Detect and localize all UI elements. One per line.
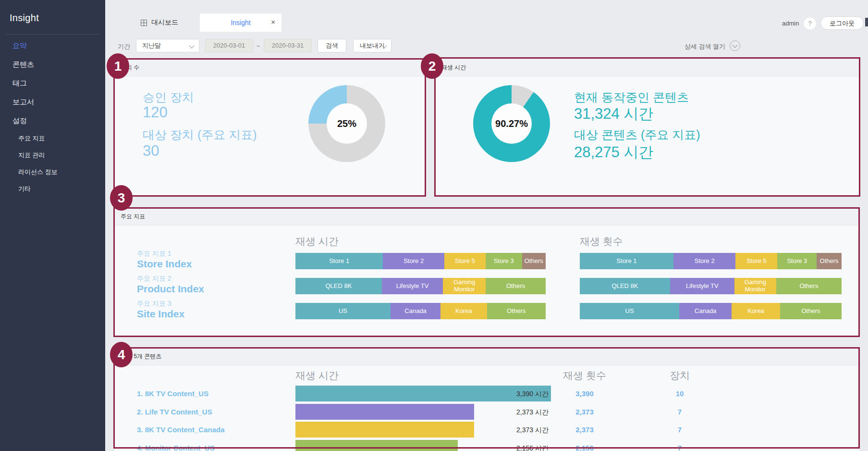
metric-tag: 주요 지표 2 xyxy=(137,275,204,283)
bar-segment: Gaming Monitor xyxy=(734,278,776,294)
bar-segment: Canada xyxy=(679,303,732,319)
sidebar-item-설정[interactable]: 설정 xyxy=(0,112,105,130)
metric-label: 주요 지표 1Store Index xyxy=(137,250,192,270)
content-name-link[interactable]: 2. Life TV Content_US xyxy=(137,408,212,416)
tab-dashboard[interactable]: 대시보드 xyxy=(119,13,200,32)
metrics-col-playtime: 재생 시간 xyxy=(295,235,339,248)
target-devices-value: 30 xyxy=(143,142,159,160)
app-title: Insight xyxy=(10,13,105,24)
content-name-link[interactable]: 4. Monitor Content_US xyxy=(137,444,215,451)
metric-name: Site Index xyxy=(137,308,184,320)
content-name-link[interactable]: 3. 8K TV Content_Canada xyxy=(137,426,225,434)
panel-device-count: 장치 수 승인 장치 120 대상 장치 (주요 지표) 30 25% xyxy=(114,59,426,196)
bar-segment: US xyxy=(295,303,391,319)
date-to-field[interactable]: 2020-03-31 xyxy=(264,39,312,52)
bar-segment: Store 5 xyxy=(444,253,486,269)
bar-segment: Store 3 xyxy=(777,253,817,269)
metric-row: 주요 지표 1Store IndexStore 1Store 2Store 5S… xyxy=(114,253,860,269)
content-row: 3. 8K TV Content_Canada2,373 시간2,3737 xyxy=(114,422,860,438)
top-col-devices: 장치 xyxy=(651,369,709,382)
metric-tag: 주요 지표 3 xyxy=(137,300,184,308)
sidebar-item-보고서[interactable]: 보고서 xyxy=(0,93,105,112)
advanced-search-toggle[interactable]: 상세 검색 열기 xyxy=(672,42,725,51)
export-button[interactable]: 내보내기 xyxy=(353,39,391,52)
period-select-value: 지난달 xyxy=(142,42,161,49)
advanced-search-chevron-icon[interactable] xyxy=(730,40,740,51)
sidebar-divider xyxy=(6,34,99,35)
target-content-label: 대상 콘텐츠 (주요 지표) xyxy=(574,127,700,143)
bar-segment: QLED 8K xyxy=(295,278,382,294)
content-devices-value: 7 xyxy=(651,444,709,451)
bar-segment: Others xyxy=(780,303,842,319)
content-time-value: 2,156 시간 xyxy=(295,444,549,451)
sidebar-item-콘텐츠[interactable]: 콘텐츠 xyxy=(0,55,105,74)
bar-segment: Store 2 xyxy=(673,253,735,269)
bar-segment: Lifestyle TV xyxy=(670,278,734,294)
stacked-bar-playcount: Store 1Store 2Store 5Store 3Others xyxy=(580,253,842,269)
bar-segment: US xyxy=(580,303,679,319)
content-row: 1. 8K TV Content_US3,390 시간3,39010 xyxy=(114,386,860,401)
sidebar-item-태그[interactable]: 태그 xyxy=(0,74,105,93)
close-icon[interactable]: × xyxy=(271,18,275,26)
approved-devices-value: 120 xyxy=(143,104,168,121)
insight-app: Insight 요약콘텐츠태그보고서설정주요 지표지표 관리라이선스 정보기타 … xyxy=(0,0,868,451)
username-label: admin xyxy=(782,20,799,27)
devices-donut-percentage: 25% xyxy=(327,103,367,144)
bar-segment: Gaming Monitor xyxy=(443,278,486,294)
date-from-field[interactable]: 2020-03-01 xyxy=(205,39,253,52)
bar-segment: Others xyxy=(776,278,842,294)
bar-segment: Canada xyxy=(391,303,440,319)
bar-segment: Store 2 xyxy=(383,253,444,269)
cutoff-corner-icon xyxy=(865,18,868,26)
metrics-col-playcount: 재생 횟수 xyxy=(580,235,623,248)
sidebar-subitem-기타[interactable]: 기타 xyxy=(0,181,105,198)
metric-name: Product Index xyxy=(137,283,204,295)
logout-button[interactable]: 로그아웃 xyxy=(820,16,864,30)
panel-play-time-title: 재생 시간 xyxy=(435,59,860,76)
panel-play-time: 재생 시간 90.27% 현재 동작중인 콘텐츠 31,324 시간 대상 콘텐… xyxy=(435,59,860,196)
search-button[interactable]: 검색 xyxy=(318,39,346,52)
sidebar-subitem-라이선스 정보[interactable]: 라이선스 정보 xyxy=(0,164,105,181)
bar-segment: Others xyxy=(487,303,546,319)
playtime-donut-percentage: 90.27% xyxy=(491,103,532,144)
content-devices-value: 7 xyxy=(651,408,709,416)
sidebar-item-요약[interactable]: 요약 xyxy=(0,37,105,55)
content-devices-value: 7 xyxy=(651,426,709,434)
content-playcount-value: 2,373 xyxy=(546,408,623,416)
devices-donut: 25% xyxy=(308,85,385,162)
top-col-playtime: 재생 시간 xyxy=(295,369,339,382)
top-col-playcount: 재생 횟수 xyxy=(546,369,623,382)
approved-devices-label: 승인 장치 xyxy=(143,89,194,105)
dashboard-grid-icon xyxy=(141,20,147,26)
help-button[interactable]: ? xyxy=(803,17,817,30)
current-content-value: 31,324 시간 xyxy=(574,104,653,124)
bar-segment: Others xyxy=(486,278,546,294)
chevron-down-icon xyxy=(189,43,194,48)
panel-top-contents-title: 상위 5개 콘텐츠 xyxy=(114,348,860,365)
chevron-down-icon xyxy=(732,42,737,48)
sidebar-subitem-지표 관리[interactable]: 지표 관리 xyxy=(0,147,105,164)
panel-key-metrics: 주요 지표 재생 시간 재생 횟수 주요 지표 1Store IndexStor… xyxy=(114,208,860,337)
playtime-donut: 90.27% xyxy=(473,85,550,162)
sidebar-subitem-주요 지표[interactable]: 주요 지표 xyxy=(0,130,105,147)
content-playcount-value: 3,390 xyxy=(546,389,623,398)
bar-segment: Korea xyxy=(440,303,487,319)
metric-label: 주요 지표 3Site Index xyxy=(137,300,184,320)
bar-segment: Others xyxy=(817,253,842,269)
target-content-value: 28,275 시간 xyxy=(574,142,653,163)
period-select[interactable]: 지난달 xyxy=(136,39,199,52)
content-playcount-value: 2,373 xyxy=(546,426,623,434)
content-name-link[interactable]: 1. 8K TV Content_US xyxy=(137,389,208,398)
bar-segment: QLED 8K xyxy=(580,278,670,294)
content-time-value: 2,373 시간 xyxy=(295,408,549,417)
sidebar-nav: 요약콘텐츠태그보고서설정주요 지표지표 관리라이선스 정보기타 xyxy=(0,37,105,198)
metric-name: Store Index xyxy=(137,258,192,270)
content-playcount-value: 2,156 xyxy=(546,444,623,451)
metric-row: 주요 지표 3Site IndexUSCanadaKoreaOthersUSCa… xyxy=(114,303,860,319)
period-label: 기간 xyxy=(118,42,130,51)
panel-key-metrics-title: 주요 지표 xyxy=(114,208,860,226)
tab-insight[interactable]: Insight × xyxy=(200,13,281,32)
stacked-bar-playcount: USCanadaKoreaOthers xyxy=(580,303,842,319)
bar-segment: Lifestyle TV xyxy=(382,278,443,294)
content-devices-value: 10 xyxy=(651,389,709,398)
